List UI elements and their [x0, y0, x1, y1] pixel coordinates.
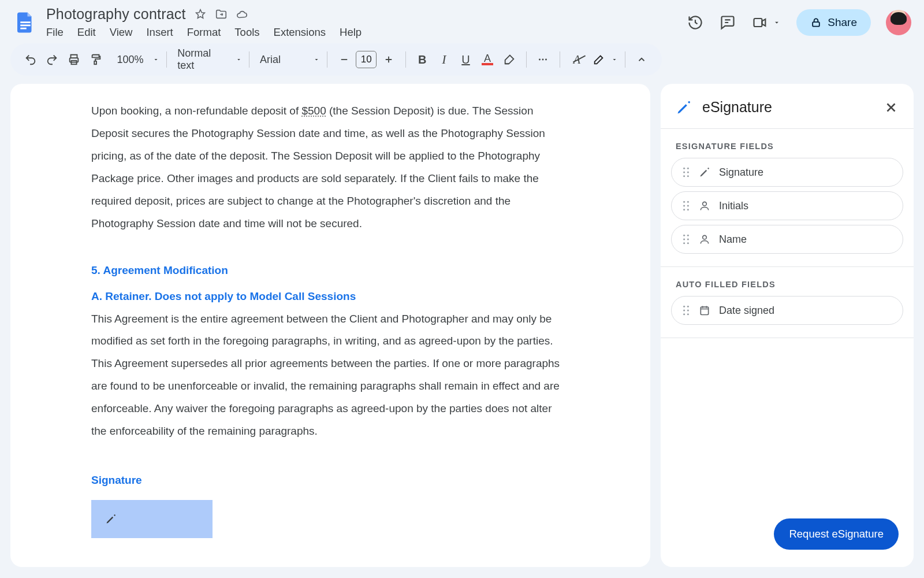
calendar-icon	[698, 305, 711, 316]
drag-handle-icon	[682, 167, 690, 177]
svg-point-29	[687, 242, 689, 244]
svg-point-36	[687, 313, 689, 315]
bold-button[interactable]: B	[413, 49, 433, 70]
field-label: Name	[719, 234, 747, 246]
meet-dropdown-icon[interactable]	[772, 14, 781, 31]
svg-point-13	[683, 171, 685, 173]
menu-tools[interactable]: Tools	[234, 26, 259, 39]
toolbar: 100% Normal text Arial 10 B I U A A	[10, 43, 662, 76]
docs-logo-icon[interactable]	[10, 8, 40, 38]
svg-point-31	[683, 306, 685, 307]
cloud-status-icon[interactable]	[236, 8, 248, 21]
svg-point-19	[683, 205, 685, 206]
signature-pen-icon	[698, 166, 711, 178]
italic-button[interactable]: I	[434, 49, 454, 70]
svg-rect-0	[20, 21, 31, 23]
account-avatar[interactable]	[886, 10, 911, 35]
svg-point-34	[687, 309, 689, 311]
title-bar: Photography contract File Edit View Inse…	[0, 0, 924, 40]
chevron-down-icon	[611, 56, 618, 63]
svg-rect-37	[701, 307, 708, 314]
svg-point-30	[703, 235, 707, 239]
person-icon	[698, 200, 711, 212]
signature-label[interactable]: Signature	[91, 469, 569, 492]
close-sidebar-button[interactable]	[884, 100, 899, 115]
svg-point-35	[683, 313, 685, 315]
svg-point-12	[687, 168, 689, 169]
field-date-signed[interactable]: Date signed	[671, 296, 903, 325]
svg-point-14	[687, 171, 689, 173]
deposit-amount: $500	[301, 105, 326, 117]
section-5a-heading[interactable]: A. Retainer. Does not apply to Model Cal…	[91, 286, 569, 308]
svg-point-17	[683, 201, 685, 203]
person-icon	[698, 234, 711, 245]
underline-button[interactable]: U	[456, 49, 476, 70]
share-label: Share	[828, 16, 857, 29]
font-size-input[interactable]: 10	[356, 51, 377, 68]
svg-point-9	[542, 59, 544, 61]
svg-rect-2	[20, 27, 27, 29]
svg-point-32	[687, 306, 689, 307]
redo-button[interactable]	[43, 49, 62, 70]
menu-format[interactable]: Format	[187, 26, 221, 39]
field-label: Signature	[719, 166, 763, 179]
text-color-button[interactable]: A	[478, 49, 497, 70]
menu-insert[interactable]: Insert	[146, 26, 173, 39]
styles-select[interactable]: Normal text	[174, 47, 242, 72]
zoom-select[interactable]: 100%	[113, 54, 159, 66]
collapse-toolbar-button[interactable]	[632, 49, 652, 70]
svg-point-23	[703, 202, 707, 206]
document-canvas[interactable]: Upon booking, a non-refundable deposit o…	[10, 84, 650, 567]
field-name[interactable]: Name	[671, 225, 903, 254]
chevron-down-icon	[313, 56, 320, 63]
svg-point-8	[539, 59, 541, 61]
star-icon[interactable]	[194, 8, 207, 21]
menu-edit[interactable]: Edit	[77, 26, 96, 39]
menu-view[interactable]: View	[110, 26, 133, 39]
svg-point-21	[683, 209, 685, 210]
history-icon[interactable]	[687, 14, 704, 31]
svg-point-10	[545, 59, 547, 61]
menu-file[interactable]: File	[46, 26, 64, 39]
auto-fields-heading: AUTO FILLED FIELDS	[661, 267, 914, 296]
field-initials[interactable]: Initials	[671, 191, 903, 220]
menu-extensions[interactable]: Extensions	[274, 26, 326, 39]
comments-icon[interactable]	[719, 14, 736, 31]
paragraph-deposit[interactable]: Upon booking, a non-refundable deposit o…	[91, 100, 569, 235]
more-button[interactable]	[533, 49, 553, 70]
font-select[interactable]: Arial	[256, 54, 320, 66]
meet-icon[interactable]	[751, 14, 769, 31]
svg-point-20	[687, 205, 689, 206]
field-signature[interactable]: Signature	[671, 158, 903, 187]
esignature-sidebar: eSignature ESIGNATURE FIELDS Signature I…	[661, 84, 914, 567]
undo-button[interactable]	[21, 49, 40, 70]
svg-point-26	[683, 238, 685, 240]
svg-rect-3	[754, 18, 762, 27]
print-button[interactable]	[64, 49, 84, 70]
signature-field-placeholder[interactable]	[91, 500, 213, 538]
highlight-button[interactable]	[500, 49, 519, 70]
request-esignature-button[interactable]: Request eSignature	[774, 518, 899, 550]
chevron-down-icon	[236, 56, 242, 63]
sidebar-title: eSignature	[702, 99, 873, 116]
svg-point-33	[683, 309, 685, 311]
chevron-down-icon	[152, 56, 159, 63]
paragraph-agreement[interactable]: This Agreement is the entire agreement b…	[91, 308, 569, 443]
section-5-heading[interactable]: 5. Agreement Modification	[91, 260, 569, 282]
signature-pen-icon	[105, 513, 117, 525]
svg-point-22	[687, 209, 689, 210]
paint-format-button[interactable]	[86, 49, 106, 70]
signature-pen-icon	[676, 99, 692, 116]
editing-mode-select[interactable]	[593, 53, 618, 66]
clear-format-button[interactable]: A	[567, 49, 587, 70]
increase-font-button[interactable]	[379, 49, 398, 70]
svg-point-24	[683, 235, 685, 236]
menu-help[interactable]: Help	[340, 26, 362, 39]
drag-handle-icon	[682, 201, 690, 211]
svg-point-15	[683, 175, 685, 177]
pencil-icon	[593, 53, 605, 66]
document-title[interactable]: Photography contract	[46, 6, 186, 23]
move-to-folder-icon[interactable]	[215, 8, 228, 21]
share-button[interactable]: Share	[796, 9, 871, 36]
decrease-font-button[interactable]	[334, 49, 354, 70]
